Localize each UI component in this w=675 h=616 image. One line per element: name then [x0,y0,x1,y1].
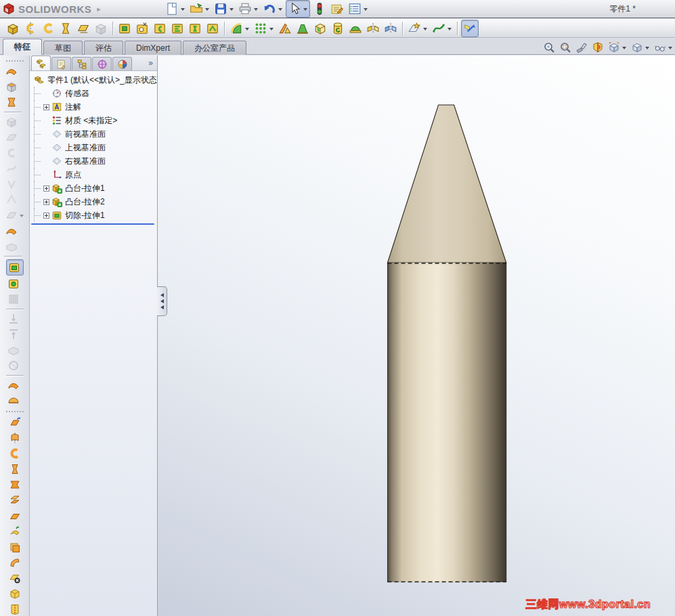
expand-icon[interactable] [43,199,49,205]
revolved-boss-button[interactable] [22,20,39,37]
tree-item-8[interactable]: 凸台-拉伸1 [34,181,157,195]
revolved-surface-button[interactable] [7,431,22,445]
view-orientation-button[interactable] [607,40,628,55]
dropdown-arrow-icon[interactable] [364,8,368,11]
tab-cm-1[interactable]: 草图 [43,41,83,55]
dropdown-arrow-icon[interactable] [181,8,185,11]
tree-item-1[interactable]: 传感器 [34,87,157,100]
instant3d-button[interactable] [461,20,479,37]
fillet-button[interactable] [228,20,251,37]
tab-cm-4[interactable]: 办公室产品 [183,41,246,55]
save-button[interactable] [213,1,236,17]
toolbar-grip[interactable] [6,411,24,413]
extruded-boss-button[interactable] [5,20,21,37]
feature-manager-tab[interactable] [31,56,51,70]
collapse-panel-handle[interactable] [157,286,167,316]
planar-surface-button[interactable] [7,508,22,523]
toolbar-grip[interactable] [6,60,24,62]
rib-button[interactable] [277,20,293,37]
curves-button[interactable] [431,20,454,37]
tree-item-0[interactable]: 零件1 (默认<<默认>_显示状态 [34,73,157,87]
section-view-button[interactable] [590,40,605,55]
hide-show-items-button[interactable] [653,40,674,55]
dropdown-arrow-icon[interactable] [245,28,249,30]
panel-splitter[interactable] [157,286,169,316]
linear-pattern-button[interactable] [253,20,276,37]
tab-cm-0[interactable]: 特征 [3,39,42,55]
graphics-viewport[interactable]: 三维网www.3dportal.cn [158,56,675,616]
pencil-body-cylinder[interactable] [387,263,506,582]
options-button[interactable] [347,1,370,17]
ruled-surface-button[interactable] [4,64,26,79]
open-button[interactable] [188,1,211,17]
lofted-surface-button[interactable] [7,462,22,477]
draft-button[interactable] [295,20,311,37]
dropdown-arrow-icon[interactable] [622,47,626,49]
tree-item-3[interactable]: 材质 <未指定> [34,114,157,127]
tree-item-9[interactable]: 凸台-拉伸2 [34,195,157,208]
tree-item-5[interactable]: 上视基准面 [34,141,157,154]
lofted-boss-button[interactable] [58,20,74,37]
dropdown-arrow-icon[interactable] [303,8,307,11]
boundary-surface-button[interactable] [7,477,22,492]
boss-tool-side-button[interactable] [6,276,24,291]
boundary-boss-button[interactable] [75,20,91,37]
lofted-cut-button[interactable] [187,20,203,37]
tab-dimxpert[interactable]: DimXpert [125,41,181,55]
undo-button[interactable] [261,1,284,17]
dropdown-arrow-icon[interactable] [278,8,282,11]
knit-surface-button[interactable] [7,602,22,616]
dropdown-arrow-icon[interactable] [230,8,234,11]
extruded-cut-button[interactable] [116,20,133,37]
planar-face-tool-button[interactable] [4,79,26,94]
thicken-surface-button[interactable] [7,540,22,554]
dropdown-arrow-icon[interactable] [448,28,452,30]
surface-swoosh-2-button[interactable] [6,378,24,393]
expand-icon[interactable] [43,104,49,110]
mirror-button[interactable] [365,20,381,37]
zoom-to-area-button[interactable] [558,40,573,55]
revolved-cut-button[interactable] [152,20,168,37]
previous-view-button[interactable] [574,40,589,55]
loft-tool-button[interactable] [4,95,26,110]
dimxpert-manager-tab[interactable] [92,57,112,70]
pattern-mirror-alt-button[interactable] [383,20,399,37]
dome-button[interactable] [347,20,364,37]
dropdown-arrow-icon[interactable] [254,8,258,11]
swept-cut-button[interactable] [169,20,186,37]
zoom-to-fit-button[interactable] [542,40,557,55]
expand-icon[interactable] [43,213,49,219]
tree-item-4[interactable]: 前视基准面 [34,127,157,141]
new-document-button[interactable] [164,1,187,17]
dropdown-arrow-icon[interactable] [20,215,24,217]
wrap-button[interactable] [330,20,346,37]
reference-geometry-button[interactable] [406,20,429,37]
expand-icon[interactable] [43,185,49,192]
display-manager-tab[interactable] [112,57,132,70]
dropdown-arrow-icon[interactable] [205,8,209,11]
pencil-tip-cone[interactable] [387,105,506,263]
rollback-bar[interactable] [31,223,154,225]
file-properties-button[interactable] [329,1,345,17]
offset-surface-button[interactable] [7,493,22,508]
shell-button[interactable] [312,20,328,37]
dropdown-arrow-icon[interactable] [645,47,649,49]
dropdown-arrow-icon[interactable] [269,28,274,30]
tree-item-10[interactable]: 切除-拉伸1 [34,208,157,222]
print-button[interactable] [237,1,260,17]
freeform-surface-button[interactable] [7,524,22,539]
delete-face-button[interactable] [7,571,22,586]
swept-surface-button[interactable] [7,446,22,461]
property-manager-tab[interactable] [51,57,71,70]
extruded-surface-button[interactable] [7,415,22,430]
menu-expand-icon[interactable]: ▸ [97,5,101,14]
hole-wizard-button[interactable] [134,20,150,37]
tree-item-6[interactable]: 右视基准面 [34,154,157,168]
tab-cm-2[interactable]: 评估 [84,41,123,55]
replace-face-button[interactable] [7,586,22,601]
flex-surface-button[interactable] [7,555,22,570]
extruded-cut-side-button[interactable] [6,259,24,276]
dropdown-arrow-icon[interactable] [668,47,672,49]
manager-overflow-chevron[interactable]: » [148,58,153,68]
tree-item-2[interactable]: 注解 [34,100,157,114]
